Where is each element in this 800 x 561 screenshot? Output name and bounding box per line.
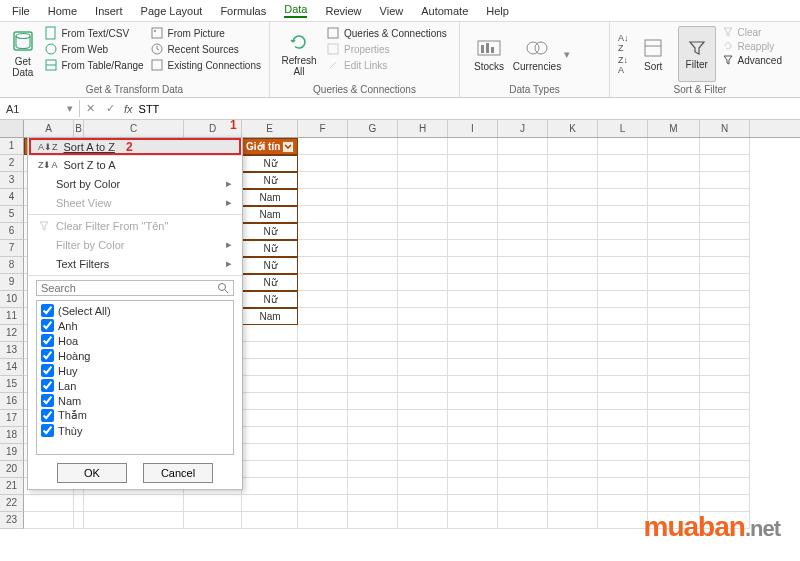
cell-L19[interactable]	[598, 444, 648, 461]
menu-data[interactable]: Data	[284, 3, 307, 18]
cell-H21[interactable]	[398, 478, 448, 495]
cell-K4[interactable]	[548, 189, 598, 206]
col-header-N[interactable]: N	[700, 120, 750, 137]
cell-M18[interactable]	[648, 427, 700, 444]
cell-L16[interactable]	[598, 393, 648, 410]
cell-F1[interactable]	[298, 138, 348, 155]
cell-E14[interactable]	[242, 359, 298, 376]
cell-K18[interactable]	[548, 427, 598, 444]
col-header-E[interactable]: E	[242, 120, 298, 137]
cell-J5[interactable]	[498, 206, 548, 223]
cell-N10[interactable]	[700, 291, 750, 308]
row-header-13[interactable]: 13	[0, 342, 24, 359]
filter-checkbox[interactable]	[41, 364, 54, 377]
menu-page-layout[interactable]: Page Layout	[141, 5, 203, 17]
cell-I13[interactable]	[448, 342, 498, 359]
cell-F2[interactable]	[298, 155, 348, 172]
cell-F20[interactable]	[298, 461, 348, 478]
cell-L23[interactable]	[598, 512, 648, 529]
cell-G11[interactable]	[348, 308, 398, 325]
cell-E16[interactable]	[242, 393, 298, 410]
sort-az-icon[interactable]: A↓Z	[618, 33, 629, 53]
cell-G8[interactable]	[348, 257, 398, 274]
filter-search[interactable]	[36, 280, 234, 296]
row-header-2[interactable]: 2	[0, 155, 24, 172]
cell-I15[interactable]	[448, 376, 498, 393]
cell-I19[interactable]	[448, 444, 498, 461]
select-all-corner[interactable]	[0, 120, 24, 137]
cell-K20[interactable]	[548, 461, 598, 478]
filter-checkbox[interactable]	[41, 349, 54, 362]
cell-L13[interactable]	[598, 342, 648, 359]
cell-N12[interactable]	[700, 325, 750, 342]
col-header-J[interactable]: J	[498, 120, 548, 137]
filter-checkbox[interactable]	[41, 304, 54, 317]
row-header-8[interactable]: 8	[0, 257, 24, 274]
cell-N9[interactable]	[700, 274, 750, 291]
cell-E2[interactable]: Nữ	[242, 155, 298, 172]
cell-I8[interactable]	[448, 257, 498, 274]
filter-item[interactable]: Lan	[39, 378, 231, 393]
cell-G1[interactable]	[348, 138, 398, 155]
filter-dropdown-btn-Giới tín[interactable]	[282, 141, 294, 153]
cell-L22[interactable]	[598, 495, 648, 512]
cell-L14[interactable]	[598, 359, 648, 376]
cell-I18[interactable]	[448, 427, 498, 444]
cell-E19[interactable]	[242, 444, 298, 461]
from-text-csv[interactable]: From Text/CSV	[44, 26, 144, 40]
cell-C23[interactable]	[84, 512, 184, 529]
sort-button[interactable]: Sort	[635, 26, 672, 82]
cell-I4[interactable]	[448, 189, 498, 206]
cell-L4[interactable]	[598, 189, 648, 206]
cell-G23[interactable]	[348, 512, 398, 529]
cell-K12[interactable]	[548, 325, 598, 342]
cell-N21[interactable]	[700, 478, 750, 495]
col-header-C[interactable]: C	[84, 120, 184, 137]
row-header-21[interactable]: 21	[0, 478, 24, 495]
cell-E4[interactable]: Nam	[242, 189, 298, 206]
cell-J1[interactable]	[498, 138, 548, 155]
cell-H14[interactable]	[398, 359, 448, 376]
cell-L20[interactable]	[598, 461, 648, 478]
cell-F6[interactable]	[298, 223, 348, 240]
cell-E22[interactable]	[242, 495, 298, 512]
cell-M11[interactable]	[648, 308, 700, 325]
cell-L15[interactable]	[598, 376, 648, 393]
cell-G19[interactable]	[348, 444, 398, 461]
cell-H10[interactable]	[398, 291, 448, 308]
cell-H18[interactable]	[398, 427, 448, 444]
cell-J19[interactable]	[498, 444, 548, 461]
row-header-6[interactable]: 6	[0, 223, 24, 240]
filter-item[interactable]: Anh	[39, 318, 231, 333]
cell-J6[interactable]	[498, 223, 548, 240]
cell-N5[interactable]	[700, 206, 750, 223]
cell-F18[interactable]	[298, 427, 348, 444]
cell-J20[interactable]	[498, 461, 548, 478]
menu-view[interactable]: View	[380, 5, 404, 17]
cell-H4[interactable]	[398, 189, 448, 206]
filter-item[interactable]: (Select All)	[39, 303, 231, 318]
cell-J22[interactable]	[498, 495, 548, 512]
cell-I2[interactable]	[448, 155, 498, 172]
cell-I16[interactable]	[448, 393, 498, 410]
cell-F7[interactable]	[298, 240, 348, 257]
menu-home[interactable]: Home	[48, 5, 77, 17]
cell-K8[interactable]	[548, 257, 598, 274]
cell-H19[interactable]	[398, 444, 448, 461]
cell-H2[interactable]	[398, 155, 448, 172]
filter-checkbox[interactable]	[41, 319, 54, 332]
cell-J18[interactable]	[498, 427, 548, 444]
cell-F21[interactable]	[298, 478, 348, 495]
cell-K21[interactable]	[548, 478, 598, 495]
cell-E13[interactable]	[242, 342, 298, 359]
row-header-18[interactable]: 18	[0, 427, 24, 444]
filter-checkbox[interactable]	[41, 334, 54, 347]
cell-G6[interactable]	[348, 223, 398, 240]
cell-J2[interactable]	[498, 155, 548, 172]
cell-N22[interactable]	[700, 495, 750, 512]
row-header-4[interactable]: 4	[0, 189, 24, 206]
cell-J12[interactable]	[498, 325, 548, 342]
cell-I11[interactable]	[448, 308, 498, 325]
sort-by-color[interactable]: Sort by Color▸	[28, 174, 242, 193]
cell-G9[interactable]	[348, 274, 398, 291]
